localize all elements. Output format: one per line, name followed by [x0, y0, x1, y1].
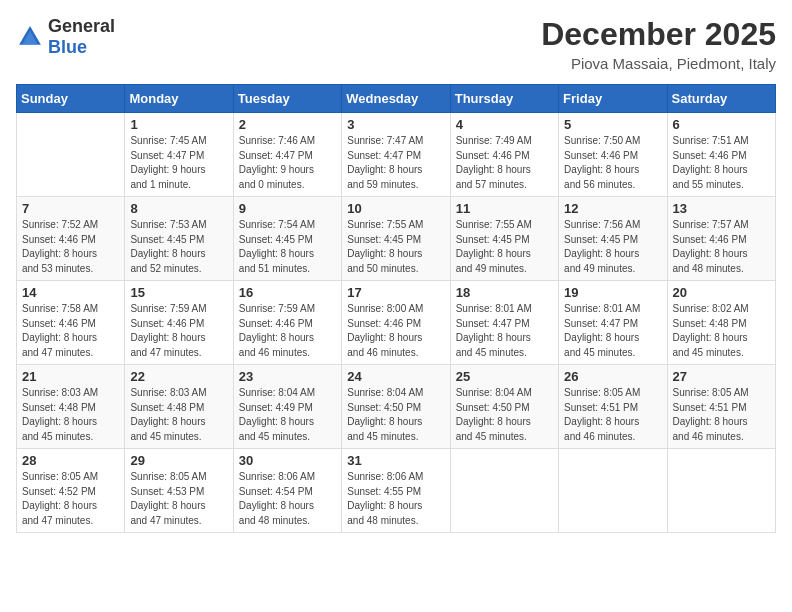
- cell-info: Sunrise: 7:51 AM Sunset: 4:46 PM Dayligh…: [673, 134, 770, 192]
- day-number: 14: [22, 285, 119, 300]
- calendar-table: SundayMondayTuesdayWednesdayThursdayFrid…: [16, 84, 776, 533]
- cell-info: Sunrise: 8:00 AM Sunset: 4:46 PM Dayligh…: [347, 302, 444, 360]
- month-title: December 2025: [541, 16, 776, 53]
- calendar-cell: 10Sunrise: 7:55 AM Sunset: 4:45 PM Dayli…: [342, 197, 450, 281]
- calendar-cell: 31Sunrise: 8:06 AM Sunset: 4:55 PM Dayli…: [342, 449, 450, 533]
- calendar-cell: 4Sunrise: 7:49 AM Sunset: 4:46 PM Daylig…: [450, 113, 558, 197]
- cell-info: Sunrise: 7:53 AM Sunset: 4:45 PM Dayligh…: [130, 218, 227, 276]
- day-number: 16: [239, 285, 336, 300]
- day-number: 28: [22, 453, 119, 468]
- calendar-cell: 29Sunrise: 8:05 AM Sunset: 4:53 PM Dayli…: [125, 449, 233, 533]
- calendar-cell: [450, 449, 558, 533]
- cell-info: Sunrise: 8:03 AM Sunset: 4:48 PM Dayligh…: [130, 386, 227, 444]
- day-header-wednesday: Wednesday: [342, 85, 450, 113]
- cell-info: Sunrise: 8:05 AM Sunset: 4:51 PM Dayligh…: [673, 386, 770, 444]
- cell-info: Sunrise: 7:46 AM Sunset: 4:47 PM Dayligh…: [239, 134, 336, 192]
- day-number: 13: [673, 201, 770, 216]
- calendar-week-row: 7Sunrise: 7:52 AM Sunset: 4:46 PM Daylig…: [17, 197, 776, 281]
- calendar-cell: 17Sunrise: 8:00 AM Sunset: 4:46 PM Dayli…: [342, 281, 450, 365]
- cell-info: Sunrise: 7:58 AM Sunset: 4:46 PM Dayligh…: [22, 302, 119, 360]
- cell-info: Sunrise: 7:56 AM Sunset: 4:45 PM Dayligh…: [564, 218, 661, 276]
- calendar-cell: 7Sunrise: 7:52 AM Sunset: 4:46 PM Daylig…: [17, 197, 125, 281]
- day-header-monday: Monday: [125, 85, 233, 113]
- calendar-cell: 1Sunrise: 7:45 AM Sunset: 4:47 PM Daylig…: [125, 113, 233, 197]
- cell-info: Sunrise: 8:03 AM Sunset: 4:48 PM Dayligh…: [22, 386, 119, 444]
- location-title: Piova Massaia, Piedmont, Italy: [541, 55, 776, 72]
- day-number: 29: [130, 453, 227, 468]
- title-block: December 2025 Piova Massaia, Piedmont, I…: [541, 16, 776, 72]
- day-number: 11: [456, 201, 553, 216]
- cell-info: Sunrise: 8:06 AM Sunset: 4:54 PM Dayligh…: [239, 470, 336, 528]
- calendar-cell: 25Sunrise: 8:04 AM Sunset: 4:50 PM Dayli…: [450, 365, 558, 449]
- day-header-thursday: Thursday: [450, 85, 558, 113]
- cell-info: Sunrise: 7:54 AM Sunset: 4:45 PM Dayligh…: [239, 218, 336, 276]
- day-number: 31: [347, 453, 444, 468]
- day-number: 7: [22, 201, 119, 216]
- day-number: 20: [673, 285, 770, 300]
- cell-info: Sunrise: 8:06 AM Sunset: 4:55 PM Dayligh…: [347, 470, 444, 528]
- day-header-friday: Friday: [559, 85, 667, 113]
- cell-info: Sunrise: 8:04 AM Sunset: 4:50 PM Dayligh…: [347, 386, 444, 444]
- day-number: 4: [456, 117, 553, 132]
- cell-info: Sunrise: 8:04 AM Sunset: 4:49 PM Dayligh…: [239, 386, 336, 444]
- cell-info: Sunrise: 8:05 AM Sunset: 4:53 PM Dayligh…: [130, 470, 227, 528]
- calendar-cell: 22Sunrise: 8:03 AM Sunset: 4:48 PM Dayli…: [125, 365, 233, 449]
- day-number: 17: [347, 285, 444, 300]
- calendar-cell: 2Sunrise: 7:46 AM Sunset: 4:47 PM Daylig…: [233, 113, 341, 197]
- calendar-cell: 11Sunrise: 7:55 AM Sunset: 4:45 PM Dayli…: [450, 197, 558, 281]
- cell-info: Sunrise: 7:49 AM Sunset: 4:46 PM Dayligh…: [456, 134, 553, 192]
- calendar-week-row: 14Sunrise: 7:58 AM Sunset: 4:46 PM Dayli…: [17, 281, 776, 365]
- day-number: 24: [347, 369, 444, 384]
- day-number: 25: [456, 369, 553, 384]
- logo: General Blue: [16, 16, 115, 58]
- day-header-saturday: Saturday: [667, 85, 775, 113]
- calendar-cell: [559, 449, 667, 533]
- calendar-cell: 3Sunrise: 7:47 AM Sunset: 4:47 PM Daylig…: [342, 113, 450, 197]
- cell-info: Sunrise: 7:59 AM Sunset: 4:46 PM Dayligh…: [130, 302, 227, 360]
- logo-icon: [16, 23, 44, 51]
- day-number: 27: [673, 369, 770, 384]
- calendar-cell: 27Sunrise: 8:05 AM Sunset: 4:51 PM Dayli…: [667, 365, 775, 449]
- day-number: 18: [456, 285, 553, 300]
- day-number: 5: [564, 117, 661, 132]
- day-number: 12: [564, 201, 661, 216]
- day-number: 9: [239, 201, 336, 216]
- day-number: 15: [130, 285, 227, 300]
- day-number: 19: [564, 285, 661, 300]
- calendar-week-row: 28Sunrise: 8:05 AM Sunset: 4:52 PM Dayli…: [17, 449, 776, 533]
- logo-text: General Blue: [48, 16, 115, 58]
- calendar-cell: 30Sunrise: 8:06 AM Sunset: 4:54 PM Dayli…: [233, 449, 341, 533]
- calendar-cell: 16Sunrise: 7:59 AM Sunset: 4:46 PM Dayli…: [233, 281, 341, 365]
- cell-info: Sunrise: 7:59 AM Sunset: 4:46 PM Dayligh…: [239, 302, 336, 360]
- calendar-header-row: SundayMondayTuesdayWednesdayThursdayFrid…: [17, 85, 776, 113]
- day-header-tuesday: Tuesday: [233, 85, 341, 113]
- day-number: 2: [239, 117, 336, 132]
- calendar-cell: 23Sunrise: 8:04 AM Sunset: 4:49 PM Dayli…: [233, 365, 341, 449]
- cell-info: Sunrise: 7:50 AM Sunset: 4:46 PM Dayligh…: [564, 134, 661, 192]
- cell-info: Sunrise: 7:52 AM Sunset: 4:46 PM Dayligh…: [22, 218, 119, 276]
- calendar-cell: 19Sunrise: 8:01 AM Sunset: 4:47 PM Dayli…: [559, 281, 667, 365]
- calendar-cell: 21Sunrise: 8:03 AM Sunset: 4:48 PM Dayli…: [17, 365, 125, 449]
- calendar-cell: 6Sunrise: 7:51 AM Sunset: 4:46 PM Daylig…: [667, 113, 775, 197]
- calendar-cell: 24Sunrise: 8:04 AM Sunset: 4:50 PM Dayli…: [342, 365, 450, 449]
- cell-info: Sunrise: 8:05 AM Sunset: 4:52 PM Dayligh…: [22, 470, 119, 528]
- calendar-cell: 18Sunrise: 8:01 AM Sunset: 4:47 PM Dayli…: [450, 281, 558, 365]
- calendar-cell: 14Sunrise: 7:58 AM Sunset: 4:46 PM Dayli…: [17, 281, 125, 365]
- day-header-sunday: Sunday: [17, 85, 125, 113]
- calendar-cell: [17, 113, 125, 197]
- cell-info: Sunrise: 8:04 AM Sunset: 4:50 PM Dayligh…: [456, 386, 553, 444]
- day-number: 26: [564, 369, 661, 384]
- calendar-cell: 9Sunrise: 7:54 AM Sunset: 4:45 PM Daylig…: [233, 197, 341, 281]
- day-number: 22: [130, 369, 227, 384]
- calendar-cell: 13Sunrise: 7:57 AM Sunset: 4:46 PM Dayli…: [667, 197, 775, 281]
- cell-info: Sunrise: 7:47 AM Sunset: 4:47 PM Dayligh…: [347, 134, 444, 192]
- page-header: General Blue December 2025 Piova Massaia…: [16, 16, 776, 72]
- calendar-cell: 26Sunrise: 8:05 AM Sunset: 4:51 PM Dayli…: [559, 365, 667, 449]
- cell-info: Sunrise: 8:01 AM Sunset: 4:47 PM Dayligh…: [564, 302, 661, 360]
- cell-info: Sunrise: 8:02 AM Sunset: 4:48 PM Dayligh…: [673, 302, 770, 360]
- cell-info: Sunrise: 7:57 AM Sunset: 4:46 PM Dayligh…: [673, 218, 770, 276]
- day-number: 6: [673, 117, 770, 132]
- calendar-week-row: 21Sunrise: 8:03 AM Sunset: 4:48 PM Dayli…: [17, 365, 776, 449]
- calendar-cell: 20Sunrise: 8:02 AM Sunset: 4:48 PM Dayli…: [667, 281, 775, 365]
- day-number: 10: [347, 201, 444, 216]
